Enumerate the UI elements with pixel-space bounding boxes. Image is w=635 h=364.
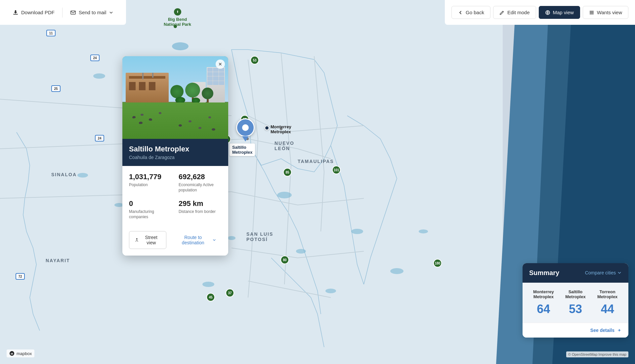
- svg-text:M: M: [11, 352, 13, 355]
- compare-cities-button[interactable]: Compare cities: [585, 270, 622, 275]
- shield-25: 25: [51, 85, 61, 92]
- svg-line-15: [255, 139, 258, 198]
- svg-point-31: [325, 289, 336, 293]
- mx-shield-80: 80: [280, 256, 289, 264]
- photo-tree-3: [202, 88, 213, 104]
- svg-line-19: [284, 225, 288, 284]
- svg-line-17: [248, 258, 251, 298]
- city-score-monterrey: MonterreyMetroplex 64: [529, 289, 558, 316]
- street-view-button[interactable]: Street view: [129, 231, 166, 249]
- osm-attribution[interactable]: © OpenStreetMap Improve this map: [566, 351, 628, 357]
- svg-point-28: [77, 173, 88, 178]
- saltillo-pin[interactable]: SaltilloMetroplex: [236, 118, 255, 142]
- list-icon: [589, 10, 594, 15]
- stat-population-value: 1,031,779: [129, 173, 172, 181]
- stat-manufacturing-label: Manufacturing companies: [129, 209, 172, 220]
- state-label-sinaloa: SINALOA: [51, 172, 77, 177]
- photo-building-main: [126, 73, 169, 102]
- wants-view-button[interactable]: Wants view: [583, 6, 628, 19]
- svg-line-13: [298, 251, 364, 258]
- summary-panel: Summary Compare cities MonterreyMetrople…: [523, 263, 628, 338]
- map-view-button[interactable]: Map view: [539, 6, 580, 19]
- see-details-button[interactable]: See details: [590, 328, 622, 333]
- svg-point-30: [202, 282, 214, 287]
- pigeon-7: [179, 124, 182, 127]
- mapbox-attribution: M mapbox: [7, 349, 34, 357]
- svg-line-9: [314, 56, 324, 172]
- stat-economically-active-value: 692,628: [179, 173, 222, 181]
- stat-population-label: Population: [129, 182, 172, 188]
- popup-city-name: Saltillo Metroplex: [129, 145, 222, 153]
- popup-stats-grid: 1,031,779 Population 692,628 Economicall…: [122, 166, 228, 226]
- stat-distance-label: Distance from border: [179, 209, 222, 215]
- summary-header: Summary Compare cities: [523, 263, 628, 283]
- header-left: Download PDF Send to mail: [0, 0, 126, 25]
- go-back-button[interactable]: Go back: [451, 6, 490, 19]
- mx-shield-37: 37: [226, 289, 234, 297]
- svg-line-16: [251, 198, 255, 258]
- svg-point-25: [296, 249, 306, 254]
- city-score-saltillo: SaltilloMetroplex 53: [561, 289, 590, 316]
- state-label-tamaulipas: TAMAULIPAS: [298, 159, 334, 164]
- popup-actions: Street view Route to destination: [122, 226, 228, 256]
- svg-point-26: [351, 229, 363, 234]
- person-icon: [135, 237, 139, 243]
- chevron-down-route-icon: [212, 238, 216, 242]
- svg-rect-40: [13, 14, 18, 15]
- svg-rect-43: [590, 11, 594, 12]
- header-divider: [62, 8, 63, 18]
- mx-shield-85: 85: [283, 168, 292, 177]
- shield-24a: 24: [90, 55, 100, 61]
- svg-line-12: [232, 248, 298, 258]
- stat-distance: 295 km Distance from border: [179, 199, 222, 220]
- svg-rect-45: [590, 14, 594, 14]
- summary-details-section: See details: [523, 323, 628, 338]
- pigeon-8: [198, 127, 201, 129]
- stat-economically-active-label: Economically Active population: [179, 182, 222, 193]
- route-to-destination-button[interactable]: Route to destination: [170, 231, 222, 249]
- pigeon-10: [208, 116, 211, 118]
- download-icon: [13, 10, 19, 16]
- state-label-nayarit: NAYARIT: [46, 258, 70, 263]
- svg-point-46: [136, 238, 138, 240]
- svg-line-20: [321, 172, 324, 231]
- popup-info-section: Saltillo Metroplex Coahuila de Zaragoza: [122, 139, 228, 166]
- chevron-down-icon: [109, 10, 113, 15]
- shield-11: 11: [46, 30, 56, 36]
- svg-point-22: [93, 73, 105, 79]
- popup-close-button[interactable]: ✕: [216, 60, 225, 69]
- popup-city-image: ✕: [122, 56, 228, 139]
- svg-line-14: [248, 281, 331, 298]
- svg-point-33: [419, 229, 428, 233]
- edit-icon: [499, 10, 505, 15]
- svg-point-27: [228, 236, 235, 240]
- state-label-san-luis: SAN LUISPOTOSÍ: [246, 231, 273, 242]
- shield-24b: 24: [95, 135, 104, 142]
- svg-line-11: [298, 198, 364, 205]
- photo-grass: [122, 102, 228, 139]
- mx-shield-53: 53: [250, 56, 259, 64]
- city-photo: [122, 56, 228, 139]
- edit-mode-button[interactable]: Edit mode: [493, 6, 536, 19]
- chevron-down-compare-icon: [617, 270, 622, 275]
- city-score-monterrey-name: MonterreyMetroplex: [529, 289, 558, 300]
- mx-shield-101: 101: [332, 166, 341, 174]
- mx-shield-180: 180: [433, 259, 442, 267]
- svg-rect-41: [71, 11, 75, 14]
- stat-economically-active: 692,628 Economically Active population: [179, 173, 222, 193]
- send-to-mail-button[interactable]: Send to mail: [64, 6, 119, 19]
- city-score-saltillo-name: SaltilloMetroplex: [561, 289, 590, 300]
- svg-rect-44: [590, 12, 594, 13]
- pigeon-2: [141, 114, 144, 116]
- mail-icon: [70, 10, 76, 16]
- header: Download PDF Send to mail Go back: [0, 0, 635, 25]
- stat-distance-value: 295 km: [179, 199, 222, 208]
- pigeon-3: [149, 118, 152, 121]
- download-pdf-button[interactable]: Download PDF: [7, 6, 61, 19]
- stat-population: 1,031,779 Population: [129, 173, 172, 193]
- monterrey-pin[interactable]: MonterreyMetroplex: [265, 126, 269, 130]
- arrow-right-icon: [616, 328, 622, 333]
- state-label-nuevo-leon: NUEVOLEÓN: [275, 141, 294, 151]
- city-score-torreon: TorreonMetroplex 44: [593, 289, 622, 316]
- svg-line-4: [281, 126, 364, 132]
